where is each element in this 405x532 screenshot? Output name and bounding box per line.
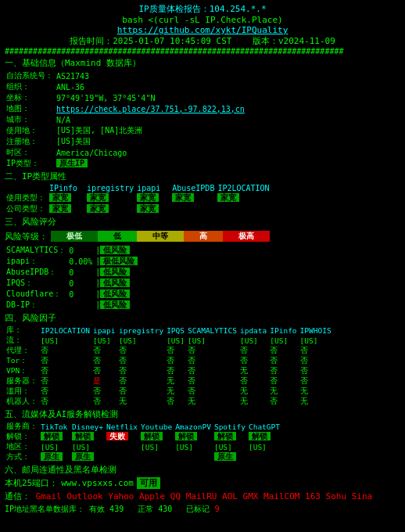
table-row: 使用类型： 家宽 家宽 家宽 家宽 家宽	[5, 192, 271, 203]
section3-title: 三、风险评分	[5, 216, 400, 228]
table-row: 坐标： 97°49'19"W, 37°45'4"N	[5, 92, 246, 103]
smtp-status: 可用	[137, 477, 160, 489]
table-row: 自治系统号： AS21743	[5, 70, 246, 81]
table-row: 时区： America/Chicago	[5, 147, 246, 158]
risk-seg-very-low: 极低	[51, 231, 98, 242]
table-row: IPinfo ipregistry ipapi AbuseIPDB IP2LOC…	[5, 184, 271, 192]
table-row: IPQS： 0 |低风险	[5, 278, 139, 289]
divider-top: ########################################…	[5, 47, 400, 56]
table-row: VPN： 否 否 否 否 否 无 否 否	[5, 366, 333, 376]
table-row: Tor： 否 否 否 否 否 否 否 否	[5, 356, 333, 366]
section5-title: 五、流媒体及AI服务解锁检测	[5, 408, 400, 420]
section2-table: IPinfo ipregistry ipapi AbuseIPDB IP2LOC…	[5, 184, 271, 214]
risk-scores-table: SCAMALYTICS： 0 |低风险 ipapi： 0.00% |极低风险 A…	[5, 245, 139, 311]
table-row: IP类型： 原生IP	[5, 158, 246, 169]
table-row: 使用地： [US]美国, [NA]北美洲	[5, 125, 246, 136]
blacklist-row: IP地址黑名单数据库： 有效 439 正常 430 已标记 9	[5, 504, 400, 515]
risk-seg-very-high: 极高	[223, 231, 270, 242]
table-row: AbuseIPDB： 0 |低风险	[5, 267, 139, 278]
smtp-domain: www.vpsxxs.com	[61, 478, 134, 488]
table-row: 代理： 否 否 否 否 否 否 否 否	[5, 346, 333, 356]
table-row: 组织： ANL-36	[5, 81, 246, 92]
section4-title: 四、风险因子	[5, 312, 400, 324]
table-row: Cloudflare： 0 |低风险	[5, 289, 139, 300]
header-command: bash <(curl -sL IP.Check.Place)	[5, 15, 400, 25]
smtp-label: 本机25端口：	[5, 477, 58, 489]
table-row: 地图： https://check.place/37.751,-97.822,1…	[5, 103, 246, 114]
header-meta: 报告时间：2025-01-07 10:45:09 CST 版本：v2024-11…	[5, 35, 400, 47]
section5-table: 服务商： TikTok Disney+ Netflix Youtube Amaz…	[5, 422, 281, 462]
table-row: 流： [US] [US] [US] [US] [US] [US] [US] [U…	[5, 336, 333, 346]
table-row: 机器人： 否 否 无 否 无 无 否 无	[5, 397, 333, 407]
section4-table: 库： IP2LOCATION ipapi ipregistry IPQS SCA…	[5, 325, 333, 407]
table-row: DB-IP： |低风险	[5, 300, 139, 311]
risk-seg-high: 高	[184, 231, 223, 242]
table-row: 服务器： 否 是 否 无 否 否 否 否	[5, 376, 333, 386]
table-row: ipapi： 0.00% |极低风险	[5, 256, 139, 267]
table-row: 方式： 原生 原生 原生	[5, 452, 281, 462]
section1-title: 一、基础信息（Maxmind 数据库）	[5, 57, 400, 69]
section1-table: 自治系统号： AS21743 组织： ANL-36 坐标： 97°49'19"W…	[5, 70, 246, 169]
table-row: 服务商： TikTok Disney+ Netflix Youtube Amaz…	[5, 422, 281, 432]
header-title: IP质量体检报告：104.254.*.*	[5, 3, 400, 15]
smtp-row: 本机25端口： www.vpsxxs.com 可用	[5, 477, 400, 489]
risk-level-label: 风险等级：	[5, 231, 48, 243]
table-row: SCAMALYTICS： 0 |低风险	[5, 245, 139, 256]
table-row: 库： IP2LOCATION ipapi ipregistry IPQS SCA…	[5, 325, 333, 336]
table-row: 解锁： 解锁 解锁 失败 解锁 解锁 解锁 解锁	[5, 432, 281, 442]
ip-type-badge: 原生IP	[56, 159, 88, 167]
header-link[interactable]: https://github.com/xykt/IPQuality	[5, 25, 400, 35]
section6-title: 六、邮局连通性及黑名单检测	[5, 464, 400, 476]
risk-seg-low: 低	[98, 231, 137, 242]
comms-row: 通信： Gmail Outlook Yahoo Apple QQ MailRU …	[5, 491, 400, 502]
section2-title: 二、IP类型属性	[5, 171, 400, 182]
table-row: 地区： [US] [US] [US] [US] [US] [US]	[5, 442, 281, 452]
risk-bar: 极低 低 中等 高 极高	[51, 231, 285, 242]
table-row: 注册地： [US]美国	[5, 136, 246, 147]
table-row: 城市： N/A	[5, 114, 246, 125]
table-row: 滥用： 否 否 否 无 否 无 无 无	[5, 386, 333, 397]
table-row: 公司类型： 家宽 家宽 家宽	[5, 203, 271, 214]
risk-level-row: 风险等级： 极低 低 中等 高 极高	[5, 229, 400, 243]
risk-seg-medium: 中等	[137, 231, 184, 242]
